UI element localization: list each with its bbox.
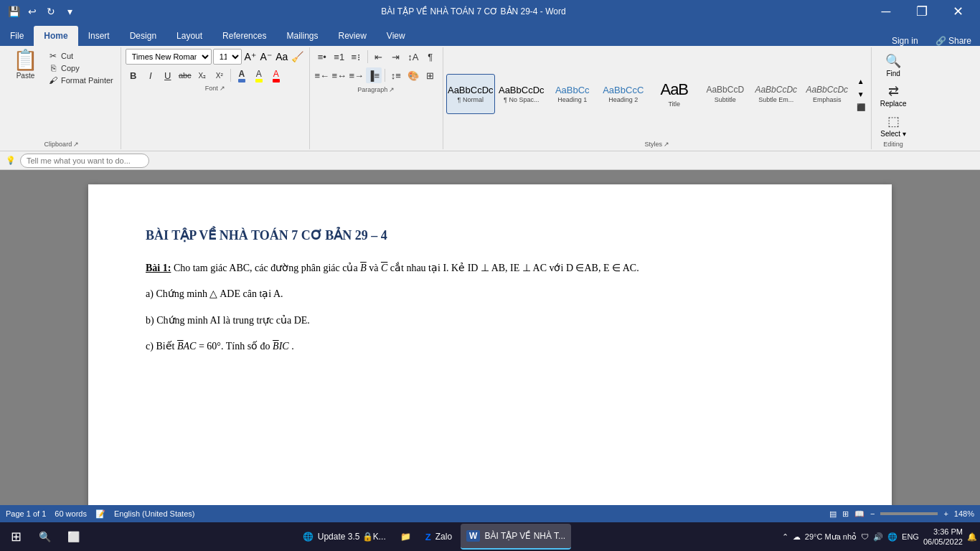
border-button[interactable]: ⊞	[423, 67, 438, 83]
zoom-out-button[interactable]: −	[870, 509, 875, 518]
style-normal-label: ¶ Normal	[458, 96, 484, 103]
multilevel-list-button[interactable]: ≡⫶	[349, 49, 364, 65]
styles-up-arrow[interactable]: ▲	[855, 75, 867, 87]
paste-button[interactable]: 📋 Paste	[7, 49, 44, 81]
taskbar-chrome[interactable]: 🌐 Update 3.5 🔒K...	[297, 524, 392, 550]
highlight-button[interactable]: A	[251, 67, 267, 83]
styles-expand-icon[interactable]: ↗	[664, 141, 669, 148]
decrease-indent-button[interactable]: ⇤	[371, 49, 387, 65]
find-button[interactable]: 🔍 Find	[876, 52, 911, 79]
line-spacing-button[interactable]: ↕≡	[388, 67, 404, 83]
sign-in-button[interactable]: Sign in	[883, 36, 927, 46]
bold-button[interactable]: B	[126, 67, 141, 83]
network-icon[interactable]: 🌐	[887, 532, 897, 542]
font-family-select[interactable]: Times New Roman	[126, 49, 212, 65]
chrome-icon: 🌐	[303, 532, 314, 542]
part-c-text2: = 60°. Tính số đo	[199, 341, 273, 352]
cut-button[interactable]: ✂ Cut	[45, 50, 116, 62]
select-button[interactable]: ⬚ Select ▾	[876, 112, 911, 139]
volume-icon[interactable]: 🔊	[873, 532, 883, 542]
bullets-button[interactable]: ≡•	[314, 49, 330, 65]
paste-icon: 📋	[13, 50, 38, 70]
font-decrease-button[interactable]: A⁻	[259, 50, 273, 64]
view-normal-icon[interactable]: ▤	[829, 509, 837, 519]
restore-button[interactable]: ❐	[905, 0, 938, 23]
taskbar-word[interactable]: W BÀI TẬP VỀ NHÀ T...	[461, 524, 571, 550]
clipboard-expand-icon[interactable]: ↗	[73, 141, 79, 148]
tab-references[interactable]: References	[212, 26, 276, 46]
format-painter-button[interactable]: 🖌 Format Painter	[45, 75, 116, 86]
style-subtitle[interactable]: AaBbCcD Subtitle	[701, 74, 750, 114]
text-color-button[interactable]: A	[234, 67, 250, 83]
replace-label: Replace	[880, 100, 907, 108]
tab-mailings[interactable]: Mailings	[276, 26, 328, 46]
undo-button[interactable]: ↩	[24, 4, 40, 19]
zoom-in-button[interactable]: +	[943, 509, 948, 518]
input-method[interactable]: ENG	[902, 532, 919, 541]
increase-indent-button[interactable]: ⇥	[388, 49, 404, 65]
font-size-select[interactable]: 11	[213, 49, 242, 65]
tell-me-input[interactable]	[20, 154, 149, 168]
tab-layout[interactable]: Layout	[166, 26, 212, 46]
style-no-spacing[interactable]: AaBbCcDc ¶ No Spac...	[497, 74, 546, 114]
share-button[interactable]: 🔗 Share	[927, 36, 980, 46]
view-read-icon[interactable]: 📖	[854, 509, 864, 519]
start-button[interactable]: ⊞	[3, 524, 29, 550]
styles-more-button[interactable]: ⬛	[855, 101, 867, 113]
math-bac: BAC	[177, 341, 196, 352]
font-expand-icon[interactable]: ↗	[220, 85, 225, 92]
align-center-button[interactable]: ≡↔	[331, 67, 347, 83]
numbering-button[interactable]: ≡1	[331, 49, 347, 65]
zoom-slider[interactable]	[880, 512, 938, 515]
taskbar-files[interactable]: 📁	[395, 524, 417, 550]
status-bar-left: Page 1 of 1 60 words 📝 English (United S…	[6, 509, 194, 519]
italic-button[interactable]: I	[143, 67, 159, 83]
tab-insert[interactable]: Insert	[78, 26, 120, 46]
tab-design[interactable]: Design	[120, 26, 166, 46]
quick-access-dropdown[interactable]: ▾	[62, 4, 77, 19]
align-right-button[interactable]: ≡→	[349, 67, 364, 83]
find-icon: 🔍	[885, 53, 901, 69]
style-emphasis-label: Emphasis	[813, 96, 842, 103]
view-web-icon[interactable]: ⊞	[842, 509, 849, 519]
tab-file[interactable]: File	[0, 26, 34, 46]
style-normal[interactable]: AaBbCcDc ¶ Normal	[446, 74, 495, 114]
tab-home[interactable]: Home	[34, 26, 77, 46]
search-button[interactable]: 🔍	[32, 524, 57, 550]
style-subtle-em[interactable]: AaBbCcDc Subtle Em...	[752, 74, 801, 114]
subscript-button[interactable]: X₂	[194, 67, 210, 83]
align-left-button[interactable]: ≡←	[314, 67, 330, 83]
page-info: Page 1 of 1	[6, 509, 46, 518]
style-title[interactable]: AaB Title	[650, 74, 699, 114]
copy-button[interactable]: ⎘ Copy	[45, 62, 116, 74]
replace-button[interactable]: ⇄ Replace	[876, 82, 911, 109]
paragraph-expand-icon[interactable]: ↗	[389, 86, 395, 93]
redo-button[interactable]: ↻	[43, 4, 59, 19]
change-case-button[interactable]: Aa	[275, 50, 289, 64]
underline-button[interactable]: U	[160, 67, 176, 83]
tab-review[interactable]: Review	[328, 26, 376, 46]
clear-formatting-button[interactable]: 🧹	[291, 50, 305, 64]
style-heading1[interactable]: AaBbCc Heading 1	[548, 74, 597, 114]
show-paragraph-button[interactable]: ¶	[423, 49, 438, 65]
task-view-button[interactable]: ⬜	[60, 524, 86, 550]
styles-down-arrow[interactable]: ▼	[855, 88, 867, 100]
notification-icon[interactable]: 🔔	[967, 532, 977, 542]
tray-expand-icon[interactable]: ⌃	[782, 532, 788, 542]
taskbar-zalo[interactable]: Z Zalo	[420, 524, 458, 550]
strikethrough-button[interactable]: abc	[177, 67, 193, 83]
superscript-button[interactable]: X²	[212, 67, 227, 83]
problem-label: Bài 1:	[146, 263, 171, 273]
justify-button[interactable]: ▐≡	[366, 67, 382, 83]
font-increase-button[interactable]: A⁺	[243, 50, 258, 64]
close-button[interactable]: ✕	[941, 0, 974, 23]
sort-button[interactable]: ↕A	[405, 49, 421, 65]
minimize-button[interactable]: ─	[870, 0, 903, 23]
shading-para-button[interactable]: 🎨	[405, 67, 421, 83]
tab-view[interactable]: View	[377, 26, 415, 46]
style-emphasis[interactable]: AaBbCcDc Emphasis	[803, 74, 852, 114]
save-button[interactable]: 💾	[6, 4, 22, 19]
style-heading2[interactable]: AaBbCcC Heading 2	[599, 74, 648, 114]
style-heading2-preview: AaBbCcC	[603, 85, 644, 96]
shading-button[interactable]: A	[268, 67, 284, 83]
